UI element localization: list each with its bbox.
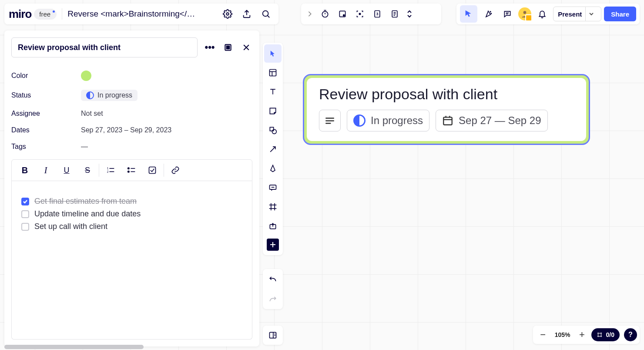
template-icon (268, 68, 277, 77)
svg-rect-2 (325, 123, 331, 124)
checkbox[interactable] (21, 210, 29, 218)
estimation-button[interactable]: 3 (369, 6, 386, 22)
comment-tool[interactable] (264, 178, 282, 197)
present-dropdown[interactable] (585, 7, 597, 21)
card-title[interactable]: Review proposal with client (319, 86, 574, 103)
cursors-button[interactable] (460, 5, 477, 23)
frame-tool[interactable] (264, 198, 282, 216)
attention-button[interactable] (352, 6, 368, 22)
strike-button[interactable]: S (77, 162, 98, 179)
card-status-text: In progress (371, 114, 423, 127)
chevron-down-icon (589, 12, 594, 16)
checklist-text: Get final estimates from team (34, 197, 137, 206)
shape-icon (268, 126, 277, 135)
checkbox[interactable] (21, 223, 29, 231)
field-color[interactable]: Color (11, 66, 252, 85)
upload-frame-icon (268, 222, 277, 230)
bold-button[interactable]: B (14, 162, 35, 179)
minimap-button[interactable] (263, 326, 283, 345)
cursor-icon (464, 9, 473, 19)
panel-expand-button[interactable] (222, 39, 234, 56)
undo-redo-bar (263, 269, 283, 309)
checklist-item[interactable]: Set up call with client (21, 222, 242, 231)
ordered-list-button[interactable]: 12 (100, 162, 121, 179)
sticky-tool[interactable] (264, 102, 282, 120)
color-swatch[interactable] (81, 71, 91, 81)
timer-icon (321, 10, 329, 18)
voting-button[interactable] (334, 6, 351, 22)
shape-tool[interactable] (264, 121, 282, 139)
share-button[interactable]: Share (604, 7, 636, 21)
help-button[interactable]: ? (624, 328, 637, 341)
text-tool[interactable] (264, 83, 282, 101)
field-tags[interactable]: Tags — (11, 138, 252, 155)
connector-tool[interactable] (264, 140, 282, 158)
checkbox-checked[interactable] (21, 198, 29, 205)
panel-close-button[interactable] (240, 39, 252, 56)
svg-point-27 (523, 11, 527, 14)
check-icon (23, 199, 28, 204)
card-description-icon[interactable] (319, 110, 341, 131)
reactions-button[interactable] (480, 6, 496, 22)
export-button[interactable] (238, 6, 255, 22)
redo-button[interactable] (264, 290, 282, 308)
more-apps-button[interactable] (404, 6, 415, 22)
plan-badge[interactable]: free (34, 9, 57, 20)
assignee-value: Not set (81, 110, 103, 118)
text-icon (268, 88, 277, 96)
select-tool[interactable] (264, 44, 282, 63)
notifications-button[interactable] (534, 6, 550, 22)
board-title[interactable]: Reverse <mark>Brainstorming</ma... (67, 9, 198, 19)
svg-rect-1 (325, 120, 334, 121)
timer-button[interactable] (317, 6, 333, 22)
svg-point-36 (128, 168, 129, 169)
user-avatar[interactable] (518, 7, 531, 20)
ol-icon: 12 (106, 166, 115, 174)
italic-button[interactable]: I (35, 162, 56, 179)
notes-button[interactable] (386, 6, 403, 22)
underline-button[interactable]: U (56, 162, 77, 179)
frame-counter[interactable]: 0/0 (591, 328, 620, 341)
logo[interactable]: miro (9, 7, 31, 21)
checklist-item[interactable]: Get final estimates from team (21, 197, 242, 206)
card-dates-pill[interactable]: Sep 27 — Sep 29 (436, 110, 547, 131)
horizontal-scrollbar[interactable] (4, 345, 144, 349)
svg-point-9 (263, 11, 268, 17)
field-dates[interactable]: Dates Sep 27, 2023 – Sep 29, 2023 (11, 122, 252, 138)
svg-line-10 (268, 16, 270, 18)
card-status-pill[interactable]: In progress (347, 110, 429, 131)
upload-tool[interactable] (264, 217, 282, 235)
canvas-card[interactable]: Review proposal with client In progress … (303, 74, 590, 145)
status-chip[interactable]: In progress (81, 90, 138, 101)
unordered-list-button[interactable] (121, 162, 142, 179)
gear-icon (223, 9, 232, 19)
svg-rect-46 (270, 127, 273, 131)
settings-button[interactable] (219, 6, 236, 22)
templates-tool[interactable] (264, 64, 282, 82)
editor-body[interactable]: Get final estimates from team Update tim… (11, 181, 252, 340)
panel-more-button[interactable]: ••• (204, 39, 216, 56)
expand-left-button[interactable] (304, 11, 316, 17)
pen-icon (268, 164, 277, 173)
zoom-in-button[interactable]: + (575, 327, 590, 342)
link-button[interactable] (165, 162, 186, 179)
undo-button[interactable] (264, 270, 282, 288)
present-button[interactable]: Present (553, 7, 601, 21)
upload-icon (242, 9, 252, 19)
panel-title-input[interactable]: Review proposal with client (11, 37, 198, 57)
checklist-button[interactable] (142, 162, 163, 179)
half-circle-icon (86, 91, 94, 99)
more-tools-button[interactable] (267, 239, 279, 251)
search-button[interactable] (258, 6, 274, 22)
svg-text:2: 2 (107, 170, 109, 173)
zoom-out-button[interactable]: − (536, 327, 550, 342)
svg-point-7 (226, 13, 229, 15)
checklist-icon (148, 166, 157, 175)
comments-button[interactable] (499, 6, 516, 22)
bell-icon (538, 10, 547, 18)
pen-tool[interactable] (264, 159, 282, 178)
checklist-item[interactable]: Update timeline and due dates (21, 209, 242, 219)
field-assignee[interactable]: Assignee Not set (11, 105, 252, 122)
zoom-level[interactable]: 105% (552, 331, 573, 338)
field-status[interactable]: Status In progress (11, 85, 252, 105)
